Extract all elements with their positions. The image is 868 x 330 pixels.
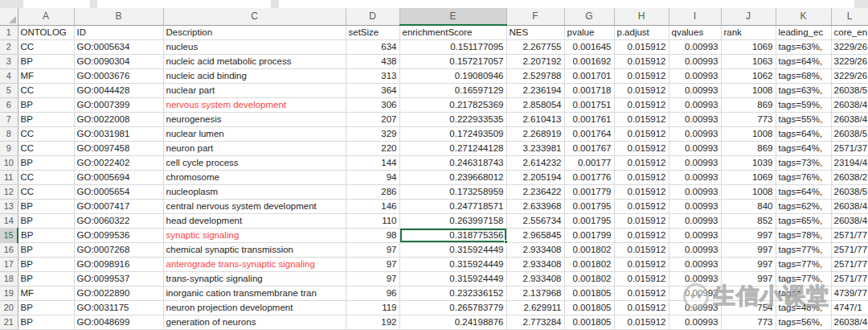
row-header-3[interactable]: 3 bbox=[0, 55, 18, 69]
cell-L18[interactable]: 2571/77 bbox=[831, 272, 868, 287]
cell-I5[interactable]: 0.00993 bbox=[669, 84, 721, 98]
cell-G4[interactable]: 0.001701 bbox=[564, 69, 614, 84]
cell-D10[interactable]: 144 bbox=[346, 156, 399, 171]
cell-C14[interactable]: head development bbox=[163, 214, 346, 229]
cell-I14[interactable]: 0.00993 bbox=[669, 214, 721, 229]
cell-G9[interactable]: 0.001767 bbox=[564, 142, 614, 156]
row-header-12[interactable]: 12 bbox=[0, 185, 18, 200]
row-header-9[interactable]: 9 bbox=[0, 142, 18, 156]
cell-G13[interactable]: 0.001795 bbox=[564, 200, 614, 214]
cell-H12[interactable]: 0.015912 bbox=[614, 185, 669, 200]
cell-K10[interactable]: tags=73%, bbox=[776, 156, 831, 171]
cell-B8[interactable]: GO:0031981 bbox=[74, 127, 163, 142]
col-header-I[interactable]: I bbox=[669, 8, 721, 25]
cell-H6[interactable]: 0.015912 bbox=[614, 98, 669, 113]
cell-G17[interactable]: 0.001802 bbox=[564, 258, 614, 272]
col-header-J[interactable]: J bbox=[721, 8, 776, 25]
row-header-20[interactable]: 20 bbox=[0, 301, 18, 316]
cell-F16[interactable]: 2.933408 bbox=[506, 243, 564, 258]
cell-F12[interactable]: 2.236422 bbox=[506, 185, 564, 200]
cell-E16[interactable]: 0.315924449 bbox=[399, 243, 506, 258]
cell-C12[interactable]: nucleoplasm bbox=[163, 185, 346, 200]
cell-I6[interactable]: 0.00993 bbox=[669, 98, 721, 113]
cell-I13[interactable]: 0.00993 bbox=[669, 200, 721, 214]
cell-C18[interactable]: trans-synaptic signaling bbox=[163, 272, 346, 287]
cell-K16[interactable]: tags=77%, bbox=[776, 243, 831, 258]
cell-I7[interactable]: 0.00993 bbox=[669, 113, 721, 127]
row-header-6[interactable]: 6 bbox=[0, 98, 18, 113]
cell-G21[interactable]: 0.001805 bbox=[564, 316, 614, 330]
cell-J17[interactable]: 997 bbox=[721, 258, 776, 272]
cell-D14[interactable]: 110 bbox=[346, 214, 399, 229]
cell-E18[interactable]: 0.315924449 bbox=[399, 272, 506, 287]
cell-G2[interactable]: 0.001645 bbox=[564, 40, 614, 55]
cell-E15[interactable]: 0.318775356 bbox=[399, 229, 506, 243]
cell-J21[interactable]: 773 bbox=[721, 316, 776, 330]
cell-A4[interactable]: MF bbox=[18, 69, 74, 84]
cell-K12[interactable]: tags=64%, bbox=[776, 185, 831, 200]
cell-J6[interactable]: 869 bbox=[721, 98, 776, 113]
cell-L10[interactable]: 23194/4 bbox=[831, 156, 868, 171]
cell-D13[interactable]: 146 bbox=[346, 200, 399, 214]
cell-D8[interactable]: 329 bbox=[346, 127, 399, 142]
cell-I17[interactable]: 0.00993 bbox=[669, 258, 721, 272]
cell-A7[interactable]: BP bbox=[18, 113, 74, 127]
cell-B17[interactable]: GO:0098916 bbox=[74, 258, 163, 272]
cell-B5[interactable]: GO:0044428 bbox=[74, 84, 163, 98]
cell-H2[interactable]: 0.015912 bbox=[614, 40, 669, 55]
cell-L15[interactable]: 2571/77 bbox=[831, 229, 868, 243]
cell-G14[interactable]: 0.001795 bbox=[564, 214, 614, 229]
cell-H1[interactable]: p.adjust bbox=[614, 25, 669, 40]
cell-K3[interactable]: tags=64%, bbox=[776, 55, 831, 69]
row-header-2[interactable]: 2 bbox=[0, 40, 18, 55]
cell-E17[interactable]: 0.315924449 bbox=[399, 258, 506, 272]
cell-J1[interactable]: rank bbox=[721, 25, 776, 40]
cell-A20[interactable]: BP bbox=[18, 301, 74, 316]
cell-F18[interactable]: 2.933408 bbox=[506, 272, 564, 287]
cell-I20[interactable]: 0.00993 bbox=[669, 301, 721, 316]
cell-C16[interactable]: chemical synaptic transmission bbox=[163, 243, 346, 258]
cell-B13[interactable]: GO:0007417 bbox=[74, 200, 163, 214]
cell-C10[interactable]: cell cycle process bbox=[163, 156, 346, 171]
cell-A6[interactable]: BP bbox=[18, 98, 74, 113]
cell-D16[interactable]: 97 bbox=[346, 243, 399, 258]
cell-A9[interactable]: CC bbox=[18, 142, 74, 156]
cell-B21[interactable]: GO:0048699 bbox=[74, 316, 163, 330]
cell-F6[interactable]: 2.858054 bbox=[506, 98, 564, 113]
cell-B6[interactable]: GO:0007399 bbox=[74, 98, 163, 113]
cell-B20[interactable]: GO:0031175 bbox=[74, 301, 163, 316]
cell-I1[interactable]: qvalues bbox=[669, 25, 721, 40]
cell-D17[interactable]: 97 bbox=[346, 258, 399, 272]
cell-J5[interactable]: 1008 bbox=[721, 84, 776, 98]
cell-A11[interactable]: CC bbox=[18, 171, 74, 185]
cell-J13[interactable]: 840 bbox=[721, 200, 776, 214]
row-header-11[interactable]: 11 bbox=[0, 171, 18, 185]
cell-H13[interactable]: 0.015912 bbox=[614, 200, 669, 214]
cell-L16[interactable]: 2571/77 bbox=[831, 243, 868, 258]
cell-G11[interactable]: 0.001776 bbox=[564, 171, 614, 185]
cell-G6[interactable]: 0.001751 bbox=[564, 98, 614, 113]
cell-L2[interactable]: 3229/26 bbox=[831, 40, 868, 55]
cell-H9[interactable]: 0.015912 bbox=[614, 142, 669, 156]
row-header-8[interactable]: 8 bbox=[0, 127, 18, 142]
cell-J7[interactable]: 773 bbox=[721, 113, 776, 127]
row-header-16[interactable]: 16 bbox=[0, 243, 18, 258]
cell-L19[interactable]: 4739/77 bbox=[831, 287, 868, 301]
cell-E19[interactable]: 0.232336152 bbox=[399, 287, 506, 301]
cell-J3[interactable]: 1063 bbox=[721, 55, 776, 69]
cell-D5[interactable]: 364 bbox=[346, 84, 399, 98]
cell-E20[interactable]: 0.265783779 bbox=[399, 301, 506, 316]
row-header-1[interactable]: 1 bbox=[0, 25, 18, 40]
cell-L1[interactable]: core_en bbox=[831, 25, 868, 40]
cell-G18[interactable]: 0.001802 bbox=[564, 272, 614, 287]
cell-E4[interactable]: 0.19080946 bbox=[399, 69, 506, 84]
cell-L8[interactable]: 26038/5 bbox=[831, 127, 868, 142]
col-header-G[interactable]: G bbox=[564, 8, 614, 25]
cell-B3[interactable]: GO:0090304 bbox=[74, 55, 163, 69]
cell-A16[interactable]: BP bbox=[18, 243, 74, 258]
cell-I11[interactable]: 0.00993 bbox=[669, 171, 721, 185]
cell-A3[interactable]: BP bbox=[18, 55, 74, 69]
cell-C11[interactable]: chromosome bbox=[163, 171, 346, 185]
cell-G20[interactable]: 0.001805 bbox=[564, 301, 614, 316]
cell-H15[interactable]: 0.015912 bbox=[614, 229, 669, 243]
